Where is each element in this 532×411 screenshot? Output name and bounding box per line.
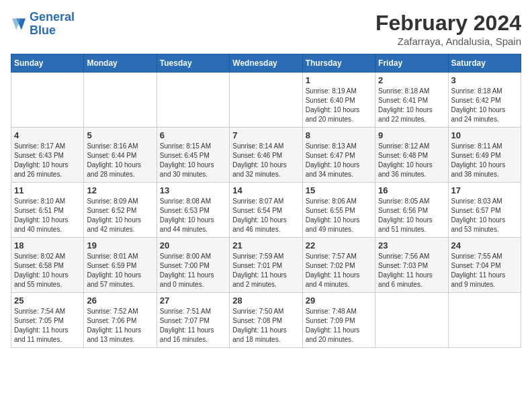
day-number: 5: [87, 130, 153, 140]
day-number: 29: [306, 295, 372, 306]
day-detail: Sunrise: 7:51 AM Sunset: 7:07 PM Dayligh…: [160, 307, 226, 345]
day-detail: Sunrise: 7:57 AM Sunset: 7:02 PM Dayligh…: [306, 252, 372, 289]
day-detail: Sunrise: 7:48 AM Sunset: 7:09 PM Dayligh…: [306, 307, 372, 345]
day-detail: Sunrise: 8:06 AM Sunset: 6:55 PM Dayligh…: [306, 197, 372, 234]
day-detail: Sunrise: 8:02 AM Sunset: 6:58 PM Dayligh…: [14, 252, 81, 289]
day-number: 14: [232, 185, 299, 195]
day-number: 11: [14, 185, 81, 195]
day-number: 19: [87, 240, 153, 250]
day-cell: 18Sunrise: 8:02 AM Sunset: 6:58 PM Dayli…: [11, 238, 84, 293]
day-cell: [448, 293, 521, 348]
week-row-4: 18Sunrise: 8:02 AM Sunset: 6:58 PM Dayli…: [11, 238, 521, 293]
day-cell: 20Sunrise: 8:00 AM Sunset: 7:00 PM Dayli…: [157, 238, 229, 293]
header-cell-monday: Monday: [84, 54, 157, 73]
day-number: 25: [14, 295, 81, 306]
day-cell: [11, 73, 84, 128]
logo-text: General Blue: [30, 11, 75, 38]
header-cell-friday: Friday: [375, 54, 448, 73]
day-cell: [375, 293, 448, 348]
day-number: 26: [87, 295, 153, 306]
day-detail: Sunrise: 8:09 AM Sunset: 6:52 PM Dayligh…: [87, 197, 153, 234]
title-section: February 2024 Zafarraya, Andalusia, Spai…: [375, 11, 521, 47]
day-number: 17: [451, 185, 518, 195]
day-detail: Sunrise: 7:52 AM Sunset: 7:06 PM Dayligh…: [87, 307, 153, 345]
day-cell: 12Sunrise: 8:09 AM Sunset: 6:52 PM Dayli…: [84, 183, 157, 238]
day-cell: 5Sunrise: 8:16 AM Sunset: 6:44 PM Daylig…: [84, 128, 157, 183]
day-number: 24: [451, 240, 518, 250]
day-detail: Sunrise: 7:56 AM Sunset: 7:03 PM Dayligh…: [378, 252, 445, 289]
day-detail: Sunrise: 8:03 AM Sunset: 6:57 PM Dayligh…: [451, 197, 518, 234]
day-detail: Sunrise: 8:00 AM Sunset: 7:00 PM Dayligh…: [160, 252, 226, 289]
day-cell: 11Sunrise: 8:10 AM Sunset: 6:51 PM Dayli…: [11, 183, 84, 238]
day-cell: 3Sunrise: 8:18 AM Sunset: 6:42 PM Daylig…: [448, 73, 521, 128]
day-detail: Sunrise: 7:59 AM Sunset: 7:01 PM Dayligh…: [232, 252, 299, 289]
day-cell: [84, 73, 157, 128]
day-cell: 25Sunrise: 7:54 AM Sunset: 7:05 PM Dayli…: [11, 293, 84, 348]
day-number: 28: [232, 295, 299, 306]
day-detail: Sunrise: 7:50 AM Sunset: 7:08 PM Dayligh…: [232, 307, 299, 345]
day-cell: [157, 73, 229, 128]
day-detail: Sunrise: 8:13 AM Sunset: 6:47 PM Dayligh…: [306, 142, 372, 179]
day-number: 22: [306, 240, 372, 250]
day-cell: 15Sunrise: 8:06 AM Sunset: 6:55 PM Dayli…: [302, 183, 375, 238]
day-detail: Sunrise: 8:12 AM Sunset: 6:48 PM Dayligh…: [378, 142, 445, 179]
header-row: SundayMondayTuesdayWednesdayThursdayFrid…: [11, 54, 521, 73]
day-number: 6: [160, 130, 226, 140]
day-cell: 26Sunrise: 7:52 AM Sunset: 7:06 PM Dayli…: [84, 293, 157, 348]
day-detail: Sunrise: 8:15 AM Sunset: 6:45 PM Dayligh…: [160, 142, 226, 179]
day-number: 20: [160, 240, 226, 250]
day-cell: 28Sunrise: 7:50 AM Sunset: 7:08 PM Dayli…: [230, 293, 302, 348]
day-number: 3: [451, 75, 518, 85]
day-number: 18: [14, 240, 81, 250]
day-detail: Sunrise: 8:18 AM Sunset: 6:42 PM Dayligh…: [451, 87, 518, 124]
day-cell: 4Sunrise: 8:17 AM Sunset: 6:43 PM Daylig…: [11, 128, 84, 183]
day-cell: 29Sunrise: 7:48 AM Sunset: 7:09 PM Dayli…: [302, 293, 375, 348]
day-detail: Sunrise: 8:07 AM Sunset: 6:54 PM Dayligh…: [232, 197, 299, 234]
logo-icon: [11, 17, 27, 31]
day-cell: 8Sunrise: 8:13 AM Sunset: 6:47 PM Daylig…: [302, 128, 375, 183]
logo: General Blue: [11, 11, 75, 38]
day-number: 15: [306, 185, 372, 195]
day-cell: [230, 73, 302, 128]
day-detail: Sunrise: 8:10 AM Sunset: 6:51 PM Dayligh…: [14, 197, 81, 234]
day-number: 27: [160, 295, 226, 306]
day-number: 4: [14, 130, 81, 140]
day-detail: Sunrise: 8:05 AM Sunset: 6:56 PM Dayligh…: [378, 197, 445, 234]
day-number: 1: [306, 75, 372, 85]
day-cell: 9Sunrise: 8:12 AM Sunset: 6:48 PM Daylig…: [375, 128, 448, 183]
day-number: 21: [232, 240, 299, 250]
week-row-2: 4Sunrise: 8:17 AM Sunset: 6:43 PM Daylig…: [11, 128, 521, 183]
week-row-3: 11Sunrise: 8:10 AM Sunset: 6:51 PM Dayli…: [11, 183, 521, 238]
day-detail: Sunrise: 8:18 AM Sunset: 6:41 PM Dayligh…: [378, 87, 445, 124]
day-detail: Sunrise: 8:14 AM Sunset: 6:46 PM Dayligh…: [232, 142, 299, 179]
day-number: 7: [232, 130, 299, 140]
day-cell: 6Sunrise: 8:15 AM Sunset: 6:45 PM Daylig…: [157, 128, 229, 183]
day-detail: Sunrise: 8:11 AM Sunset: 6:49 PM Dayligh…: [451, 142, 518, 179]
day-cell: 21Sunrise: 7:59 AM Sunset: 7:01 PM Dayli…: [230, 238, 302, 293]
day-cell: 7Sunrise: 8:14 AM Sunset: 6:46 PM Daylig…: [230, 128, 302, 183]
day-number: 2: [378, 75, 445, 85]
day-detail: Sunrise: 7:55 AM Sunset: 7:04 PM Dayligh…: [451, 252, 518, 289]
header: General Blue February 2024 Zafarraya, An…: [11, 11, 521, 47]
day-cell: 27Sunrise: 7:51 AM Sunset: 7:07 PM Dayli…: [157, 293, 229, 348]
day-detail: Sunrise: 7:54 AM Sunset: 7:05 PM Dayligh…: [14, 307, 81, 345]
header-cell-tuesday: Tuesday: [157, 54, 229, 73]
day-number: 13: [160, 185, 226, 195]
day-cell: 10Sunrise: 8:11 AM Sunset: 6:49 PM Dayli…: [448, 128, 521, 183]
day-cell: 16Sunrise: 8:05 AM Sunset: 6:56 PM Dayli…: [375, 183, 448, 238]
day-detail: Sunrise: 8:16 AM Sunset: 6:44 PM Dayligh…: [87, 142, 153, 179]
day-cell: 22Sunrise: 7:57 AM Sunset: 7:02 PM Dayli…: [302, 238, 375, 293]
day-number: 16: [378, 185, 445, 195]
header-cell-thursday: Thursday: [302, 54, 375, 73]
day-detail: Sunrise: 8:08 AM Sunset: 6:53 PM Dayligh…: [160, 197, 226, 234]
day-detail: Sunrise: 8:01 AM Sunset: 6:59 PM Dayligh…: [87, 252, 153, 289]
day-cell: 1Sunrise: 8:19 AM Sunset: 6:40 PM Daylig…: [302, 73, 375, 128]
header-cell-saturday: Saturday: [448, 54, 521, 73]
day-cell: 17Sunrise: 8:03 AM Sunset: 6:57 PM Dayli…: [448, 183, 521, 238]
day-detail: Sunrise: 8:17 AM Sunset: 6:43 PM Dayligh…: [14, 142, 81, 179]
day-number: 12: [87, 185, 153, 195]
day-cell: 14Sunrise: 8:07 AM Sunset: 6:54 PM Dayli…: [230, 183, 302, 238]
week-row-5: 25Sunrise: 7:54 AM Sunset: 7:05 PM Dayli…: [11, 293, 521, 348]
day-cell: 13Sunrise: 8:08 AM Sunset: 6:53 PM Dayli…: [157, 183, 229, 238]
day-cell: 19Sunrise: 8:01 AM Sunset: 6:59 PM Dayli…: [84, 238, 157, 293]
